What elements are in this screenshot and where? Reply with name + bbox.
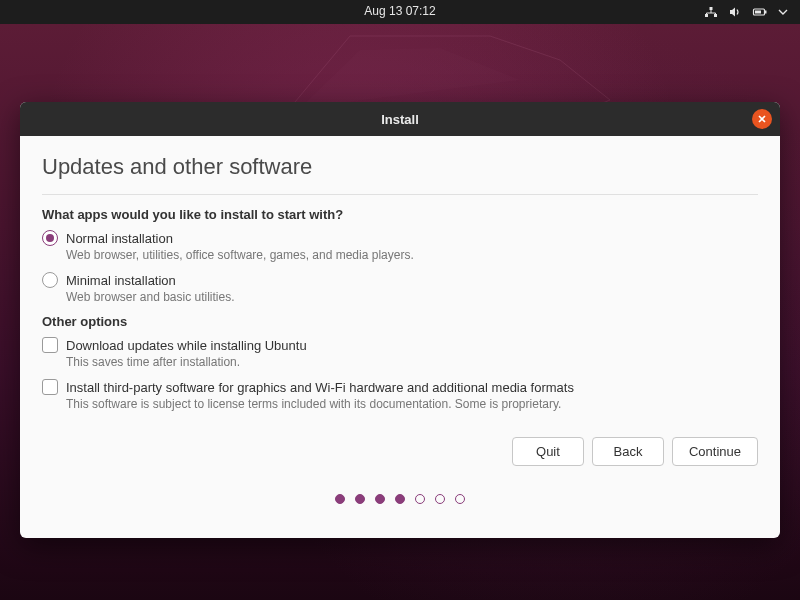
radio-icon[interactable] (42, 230, 58, 246)
checkbox-label: Download updates while installing Ubuntu (66, 338, 307, 353)
system-tray[interactable] (704, 0, 788, 24)
desktop-background: Install Updates and other software What … (0, 24, 800, 600)
apps-question: What apps would you like to install to s… (42, 207, 758, 222)
page-title: Updates and other software (42, 154, 758, 180)
back-button[interactable]: Back (592, 437, 664, 466)
minimal-install-desc: Web browser and basic utilities. (66, 290, 758, 304)
clock[interactable]: Aug 13 07:12 (364, 4, 435, 18)
wizard-buttons: Quit Back Continue (42, 437, 758, 466)
progress-dot (375, 494, 385, 504)
installer-content: Updates and other software What apps wou… (20, 136, 780, 538)
network-icon[interactable] (704, 5, 718, 19)
checkbox-icon[interactable] (42, 379, 58, 395)
progress-dot (415, 494, 425, 504)
progress-dot (395, 494, 405, 504)
checkbox-label: Install third-party software for graphic… (66, 380, 574, 395)
normal-install-desc: Web browser, utilities, office software,… (66, 248, 758, 262)
progress-dot (455, 494, 465, 504)
progress-indicator (42, 494, 758, 504)
svg-rect-5 (755, 11, 761, 14)
quit-button[interactable]: Quit (512, 437, 584, 466)
radio-minimal-install[interactable]: Minimal installation (42, 272, 758, 288)
checkbox-download-updates[interactable]: Download updates while installing Ubuntu (42, 337, 758, 353)
chevron-down-icon[interactable] (778, 7, 788, 17)
svg-rect-0 (705, 14, 708, 17)
checkbox-icon[interactable] (42, 337, 58, 353)
other-options-heading: Other options (42, 314, 758, 329)
svg-rect-1 (714, 14, 717, 17)
download-updates-desc: This saves time after installation. (66, 355, 758, 369)
progress-dot (435, 494, 445, 504)
checkbox-thirdparty[interactable]: Install third-party software for graphic… (42, 379, 758, 395)
radio-label: Normal installation (66, 231, 173, 246)
thirdparty-desc: This software is subject to license term… (66, 397, 758, 411)
progress-dot (335, 494, 345, 504)
top-menu-bar: Aug 13 07:12 (0, 0, 800, 24)
continue-button[interactable]: Continue (672, 437, 758, 466)
radio-icon[interactable] (42, 272, 58, 288)
volume-icon[interactable] (728, 5, 742, 19)
svg-rect-4 (765, 11, 767, 14)
window-close-button[interactable] (752, 109, 772, 129)
window-titlebar: Install (20, 102, 780, 136)
installer-window: Install Updates and other software What … (20, 102, 780, 538)
divider (42, 194, 758, 195)
svg-rect-2 (710, 7, 713, 10)
radio-label: Minimal installation (66, 273, 176, 288)
progress-dot (355, 494, 365, 504)
radio-normal-install[interactable]: Normal installation (42, 230, 758, 246)
window-title: Install (381, 112, 419, 127)
battery-icon[interactable] (752, 5, 768, 19)
